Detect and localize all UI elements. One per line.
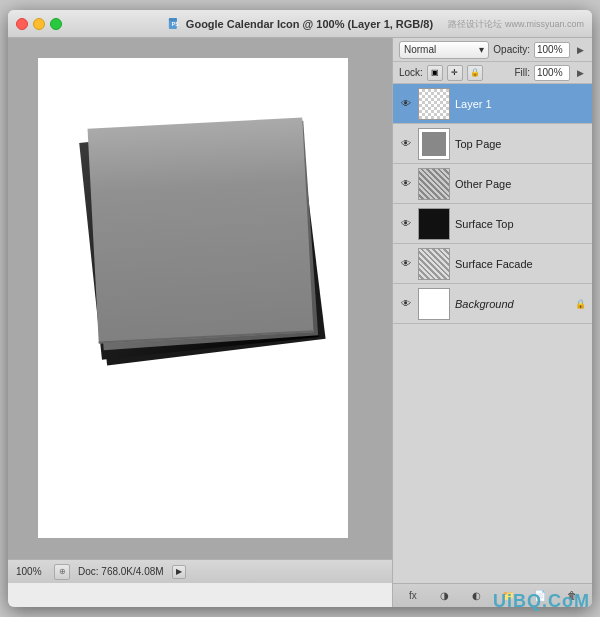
zoom-level: 100%: [16, 566, 46, 577]
app-window: PS Google Calendar Icon @ 100% (Layer 1,…: [8, 10, 592, 607]
layer-item-surfacetop[interactable]: 👁 Surface Top: [393, 204, 592, 244]
layer-item-surfacefacade[interactable]: 👁 Surface Facade: [393, 244, 592, 284]
layer-thumb-background: [418, 288, 450, 320]
lock-label: Lock:: [399, 67, 423, 78]
fill-input[interactable]: 100%: [534, 65, 570, 81]
layer-item-toppage[interactable]: 👁 Top Page: [393, 124, 592, 164]
layer-name-otherpage: Other Page: [455, 178, 586, 190]
watermark: 路径设计论坛 www.missyuan.com: [448, 17, 584, 30]
layer-name-surfacefacade: Surface Facade: [455, 258, 586, 270]
canvas-content: [58, 73, 348, 518]
traffic-lights: [16, 18, 62, 30]
fill-label: Fill:: [514, 67, 530, 78]
layer-eye-background[interactable]: 👁: [399, 297, 413, 311]
layer-thumb-otherpage: [418, 168, 450, 200]
layer-name-surfacetop: Surface Top: [455, 218, 586, 230]
layer-eye-toppage[interactable]: 👁: [399, 137, 413, 151]
document-icon: PS: [167, 17, 181, 31]
layer-mask-button[interactable]: ◑: [435, 587, 455, 605]
svg-text:PS: PS: [172, 21, 179, 27]
ps-canvas: [38, 58, 348, 538]
maximize-button[interactable]: [50, 18, 62, 30]
layer-name-background: Background: [455, 298, 569, 310]
layer-eye-surfacefacade[interactable]: 👁: [399, 257, 413, 271]
background-lock-icon: 🔒: [574, 298, 586, 310]
lock-row: Lock: ▣ ✛ 🔒 Fill: 100% ▶: [393, 62, 592, 84]
layer-item-layer1[interactable]: 👁 Layer 1: [393, 84, 592, 124]
status-icon[interactable]: ⊕: [54, 564, 70, 580]
striped-fill: [419, 169, 449, 199]
layer-thumb-layer1: [418, 88, 450, 120]
lock-all-button[interactable]: 🔒: [467, 65, 483, 81]
layer-thumb-surfacetop: [418, 208, 450, 240]
white-fill: [419, 289, 449, 319]
fill-arrow[interactable]: ▶: [574, 67, 586, 79]
blend-mode-select[interactable]: Normal ▾: [399, 41, 489, 59]
layer-name-layer1: Layer 1: [455, 98, 586, 110]
canvas-area[interactable]: 100% ⊕ Doc: 768.0K/4.08M ▶: [8, 38, 398, 583]
layers-panel: Normal ▾ Opacity: 100% ▶ Lock: ▣ ✛ 🔒 Fil…: [392, 38, 592, 607]
opacity-label: Opacity:: [493, 44, 530, 55]
layer-style-button[interactable]: fx: [403, 587, 423, 605]
status-bar: 100% ⊕ Doc: 768.0K/4.08M ▶: [8, 559, 398, 583]
bottom-watermark: UiBQ.CoM: [493, 591, 590, 612]
lock-pixels-button[interactable]: ▣: [427, 65, 443, 81]
layer-name-toppage: Top Page: [455, 138, 586, 150]
opacity-input[interactable]: 100%: [534, 42, 570, 58]
opacity-arrow[interactable]: ▶: [574, 44, 586, 56]
minimize-button[interactable]: [33, 18, 45, 30]
title-bar: PS Google Calendar Icon @ 100% (Layer 1,…: [8, 10, 592, 38]
doc-info: Doc: 768.0K/4.08M: [78, 566, 164, 577]
black-fill: [419, 209, 449, 239]
layer-eye-otherpage[interactable]: 👁: [399, 177, 413, 191]
lock-move-button[interactable]: ✛: [447, 65, 463, 81]
layer-thumb-surfacefacade: [418, 248, 450, 280]
blend-mode-row: Normal ▾ Opacity: 100% ▶: [393, 38, 592, 62]
adjustment-layer-button[interactable]: ◐: [467, 587, 487, 605]
page-top-layer: [88, 118, 314, 344]
layer-item-otherpage[interactable]: 👁 Other Page: [393, 164, 592, 204]
layer-eye-surfacetop[interactable]: 👁: [399, 217, 413, 231]
checker-pattern: [419, 89, 449, 119]
layer-eye-layer1[interactable]: 👁: [399, 97, 413, 111]
layer-thumb-toppage: [418, 128, 450, 160]
status-arrow[interactable]: ▶: [172, 565, 186, 579]
gray-fill: [422, 132, 446, 156]
close-button[interactable]: [16, 18, 28, 30]
layer-item-background[interactable]: 👁 Background 🔒: [393, 284, 592, 324]
title-bar-text: PS Google Calendar Icon @ 100% (Layer 1,…: [167, 17, 433, 31]
